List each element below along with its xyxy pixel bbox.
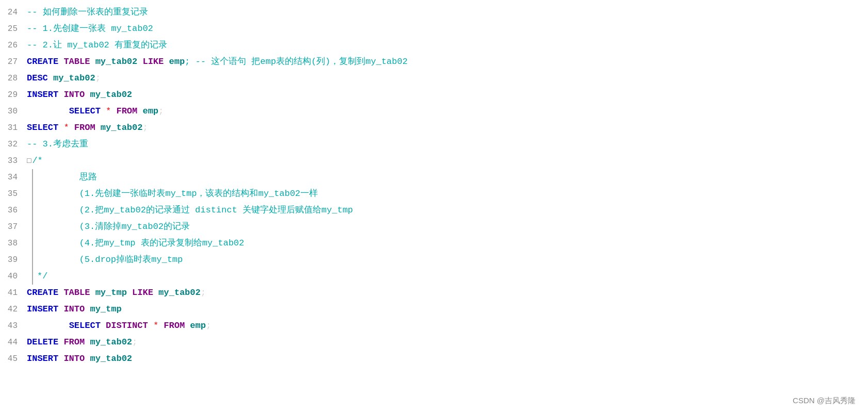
code-line: 27CREATE TABLE my_tab02 LIKE emp; -- 这个语… [0,54,868,70]
code-line: 39 (5.drop掉临时表my_tmp [0,252,868,268]
line-content: -- 如何删除一张表的重复记录 [27,4,868,21]
code-line: 34 思路 [0,169,868,186]
line-content: 思路 [27,169,868,186]
fold-border-end: */ [32,268,47,285]
line-number: 29 [0,87,27,103]
line-content: INSERT INTO my_tab02 [27,87,868,103]
line-number: 38 [0,235,27,252]
line-content: (5.drop掉临时表my_tmp [27,252,868,268]
line-number: 45 [0,351,27,367]
line-content: SELECT DISTINCT * FROM emp; [27,318,868,334]
line-number: 41 [0,285,27,301]
code-line: 32-- 3.考虑去重 [0,136,868,153]
fold-border: (2.把my_tab02的记录通过 distinct 关键字处理后赋值给my_t… [32,202,353,219]
code-line: 30 SELECT * FROM emp; [0,103,868,120]
line-content: (3.清除掉my_tab02的记录 [27,219,868,235]
code-line: 41CREATE TABLE my_tmp LIKE my_tab02; [0,285,868,301]
line-number: 25 [0,21,27,37]
code-line: 24-- 如何删除一张表的重复记录 [0,4,868,21]
fold-border: 思路 [32,169,97,186]
fold-border: (3.清除掉my_tab02的记录 [32,219,190,235]
fold-border: (4.把my_tmp 表的记录复制给my_tab02 [32,235,244,252]
line-number: 42 [0,301,27,318]
line-content: □/* [27,153,868,169]
fold-icon[interactable]: □ [27,157,31,165]
line-content: (1.先创建一张临时表my_tmp，该表的结构和my_tab02一样 [27,186,868,202]
code-line: 43 SELECT DISTINCT * FROM emp; [0,318,868,334]
line-number: 40 [0,268,27,285]
line-content: DESC my_tab02; [27,70,868,87]
line-number: 33 [0,153,27,169]
code-line: 38 (4.把my_tmp 表的记录复制给my_tab02 [0,235,868,252]
code-line: 36 (2.把my_tab02的记录通过 distinct 关键字处理后赋值给m… [0,202,868,219]
line-content: -- 3.考虑去重 [27,136,868,153]
code-line: 25-- 1.先创建一张表 my_tab02 [0,21,868,37]
line-content: SELECT * FROM emp; [27,103,868,120]
line-number: 37 [0,219,27,235]
line-number: 32 [0,136,27,153]
line-content: SELECT * FROM my_tab02; [27,120,868,136]
code-line: 40*/ [0,268,868,285]
code-line: 31SELECT * FROM my_tab02; [0,120,868,136]
line-content: (4.把my_tmp 表的记录复制给my_tab02 [27,235,868,252]
line-number: 39 [0,252,27,268]
line-content: CREATE TABLE my_tmp LIKE my_tab02; [27,285,868,301]
line-number: 27 [0,54,27,70]
code-line: 35 (1.先创建一张临时表my_tmp，该表的结构和my_tab02一样 [0,186,868,202]
line-number: 31 [0,120,27,136]
code-line: 28DESC my_tab02; [0,70,868,87]
line-content: INSERT INTO my_tab02 [27,351,868,367]
line-content: DELETE FROM my_tab02; [27,334,868,351]
code-editor: 24-- 如何删除一张表的重复记录25-- 1.先创建一张表 my_tab022… [0,0,868,413]
line-content: (2.把my_tab02的记录通过 distinct 关键字处理后赋值给my_t… [27,202,868,219]
code-line: 44DELETE FROM my_tab02; [0,334,868,351]
line-number: 36 [0,202,27,219]
line-number: 24 [0,4,27,21]
code-line: 42INSERT INTO my_tmp [0,301,868,318]
line-content: CREATE TABLE my_tab02 LIKE emp; -- 这个语句 … [27,54,868,70]
line-number: 28 [0,70,27,87]
line-content: */ [27,268,868,285]
fold-border: (5.drop掉临时表my_tmp [32,252,183,268]
code-line: 37 (3.清除掉my_tab02的记录 [0,219,868,235]
line-content: INSERT INTO my_tmp [27,301,868,318]
code-line: 33□/* [0,153,868,169]
line-number: 34 [0,169,27,186]
line-number: 44 [0,334,27,351]
code-line: 29INSERT INTO my_tab02 [0,87,868,103]
line-content: -- 1.先创建一张表 my_tab02 [27,21,868,37]
code-line: 45INSERT INTO my_tab02 [0,351,868,367]
line-number: 26 [0,37,27,54]
watermark: CSDN @吉风秀隆 [793,394,856,407]
code-line: 26-- 2.让 my_tab02 有重复的记录 [0,37,868,54]
code-content: 24-- 如何删除一张表的重复记录25-- 1.先创建一张表 my_tab022… [0,0,868,371]
line-number: 35 [0,186,27,202]
line-number: 43 [0,318,27,334]
line-content: -- 2.让 my_tab02 有重复的记录 [27,37,868,54]
fold-border: (1.先创建一张临时表my_tmp，该表的结构和my_tab02一样 [32,186,318,202]
line-number: 30 [0,103,27,120]
